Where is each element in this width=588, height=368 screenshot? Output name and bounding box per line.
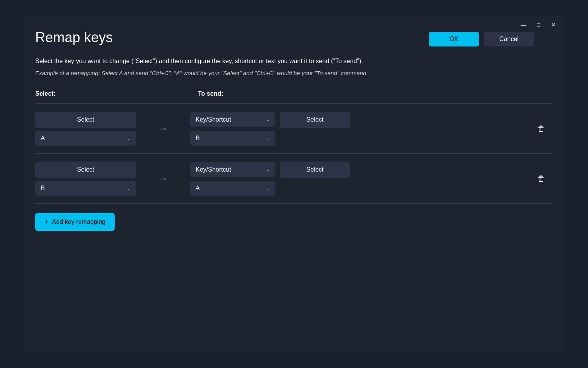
row2-delete-section: 🗑: [530, 170, 553, 187]
remap-rows-container: Select A ⌄ → Key/Shortcut ⌄ S: [35, 103, 553, 204]
select-column-label: Select:: [35, 90, 198, 97]
row2-select-button[interactable]: Select: [35, 162, 136, 178]
row1-type-chevron-icon: ⌄: [266, 117, 270, 122]
add-button-label: Add key remapping: [52, 218, 105, 225]
row1-tosend-select-button[interactable]: Select: [280, 112, 350, 128]
arrow-icon: →: [158, 173, 168, 184]
row1-key-chevron-icon: ⌄: [127, 136, 131, 141]
row1-key-value: A: [41, 135, 45, 142]
header-actions: OK Cancel: [429, 32, 534, 46]
row1-tosend-top: Key/Shortcut ⌄ Select: [190, 112, 522, 128]
row2-tosend-key-chevron-icon: ⌄: [266, 186, 270, 191]
remap-keys-window: — □ ✕ OK Cancel Remap keys Select the ke…: [23, 15, 565, 353]
row2-arrow: →: [148, 173, 179, 184]
row2-key-chevron-icon: ⌄: [127, 186, 131, 191]
row2-tosend-section: Key/Shortcut ⌄ Select A ⌄: [190, 162, 522, 196]
maximize-button[interactable]: □: [534, 20, 543, 29]
row2-key-dropdown[interactable]: B ⌄: [35, 181, 136, 196]
add-icon: +: [45, 218, 48, 225]
description-main: Select the key you want to change ("Sele…: [35, 57, 553, 66]
row1-type-dropdown[interactable]: Key/Shortcut ⌄: [190, 112, 275, 127]
description-example: Example of a remapping: Select A and sen…: [35, 69, 553, 78]
row1-delete-button[interactable]: 🗑: [534, 120, 548, 137]
row1-key-dropdown[interactable]: A ⌄: [35, 131, 136, 146]
row2-type-dropdown[interactable]: Key/Shortcut ⌄: [190, 162, 275, 177]
add-key-remapping-button[interactable]: + Add key remapping: [35, 213, 115, 231]
table-row: Select B ⌄ → Key/Shortcut ⌄ S: [35, 154, 553, 204]
arrow-icon: →: [158, 123, 168, 134]
row2-delete-button[interactable]: 🗑: [534, 170, 548, 187]
tosend-column-label: To send:: [198, 90, 223, 97]
minimize-button[interactable]: —: [518, 20, 530, 29]
table-row: Select A ⌄ → Key/Shortcut ⌄ S: [35, 104, 553, 154]
row1-delete-section: 🗑: [530, 120, 553, 137]
row2-select-section: Select B ⌄: [35, 162, 136, 196]
row2-type-value: Key/Shortcut: [196, 166, 231, 173]
row2-key-value: B: [41, 185, 45, 192]
content-area: Remap keys Select the key you want to ch…: [23, 15, 565, 243]
row1-tosend-key-chevron-icon: ⌄: [266, 136, 270, 141]
cancel-button[interactable]: Cancel: [484, 32, 534, 46]
title-bar: — □ ✕: [512, 15, 565, 34]
row1-arrow: →: [148, 123, 179, 134]
row2-type-chevron-icon: ⌄: [266, 167, 270, 172]
columns-header: Select: To send:: [35, 90, 553, 97]
row2-tosend-top: Key/Shortcut ⌄ Select: [190, 162, 522, 178]
row1-select-section: Select A ⌄: [35, 112, 136, 146]
row1-tosend-key-dropdown[interactable]: B ⌄: [190, 131, 275, 146]
row2-tosend-key-value: A: [196, 185, 200, 192]
trash-icon: 🗑: [537, 174, 545, 183]
trash-icon: 🗑: [537, 124, 545, 133]
row2-tosend-key-dropdown[interactable]: A ⌄: [190, 181, 275, 196]
close-button[interactable]: ✕: [548, 20, 559, 29]
row1-tosend-key-value: B: [196, 135, 200, 142]
ok-button[interactable]: OK: [429, 32, 479, 46]
row2-tosend-select-button[interactable]: Select: [280, 162, 350, 178]
row1-type-value: Key/Shortcut: [196, 116, 231, 123]
row1-tosend-section: Key/Shortcut ⌄ Select B ⌄: [190, 112, 522, 146]
row1-select-button[interactable]: Select: [35, 112, 136, 128]
